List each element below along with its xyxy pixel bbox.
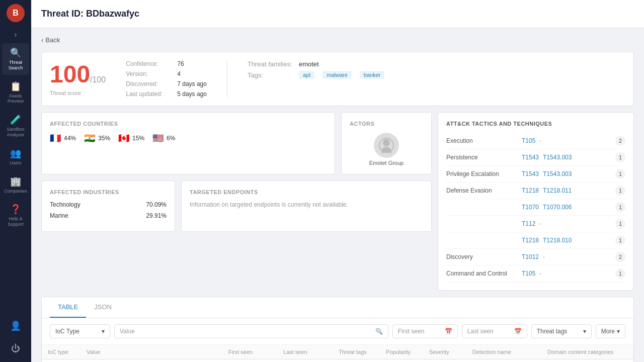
flag-us: 🇺🇸 bbox=[152, 133, 164, 144]
sidebar-account[interactable]: 👤 bbox=[2, 316, 29, 335]
actors-card: ACTORS Emotet Group bbox=[341, 112, 432, 174]
last-updated-val: 5 days ago bbox=[177, 90, 207, 98]
account-icon: 👤 bbox=[10, 320, 21, 331]
version-label: Version: bbox=[126, 70, 171, 77]
sidebar-toggle[interactable]: › bbox=[12, 28, 19, 41]
version-val: 4 bbox=[177, 70, 181, 77]
power-icon: ⏻ bbox=[11, 343, 20, 354]
attack-row-persistence: Persistence T1543 T1543.003 1 bbox=[446, 149, 625, 166]
tab-table[interactable]: TABLE bbox=[50, 297, 86, 318]
divider bbox=[227, 60, 227, 98]
back-button[interactable]: ‹ Back bbox=[41, 36, 634, 44]
col-last-seen: Last seen bbox=[277, 345, 333, 359]
flag-fr: 🇫🇷 bbox=[50, 133, 61, 144]
tags-section: Threat families: emotet Tags: apt malwar… bbox=[248, 60, 387, 98]
attack-link-t1070[interactable]: T1070 bbox=[522, 204, 539, 211]
sidebar-item-companies[interactable]: 🏢 Companies bbox=[2, 172, 29, 198]
companies-icon: 🏢 bbox=[10, 176, 21, 187]
tab-json[interactable]: JSON bbox=[86, 297, 120, 318]
sidebar-label-companies: Companies bbox=[4, 189, 27, 194]
score-label: Threat score bbox=[50, 90, 106, 96]
attack-link-t1218-010[interactable]: T1218.010 bbox=[543, 237, 572, 244]
sidebar-label-threat-search: Threat Search bbox=[4, 60, 27, 71]
bottom-row: AFFECTED INDUSTRIES Technology 70.09% Ma… bbox=[41, 180, 432, 232]
attack-link-t1218-011[interactable]: T1218.011 bbox=[543, 187, 572, 194]
attack-link-t1543[interactable]: T1543 bbox=[522, 154, 539, 161]
last-updated-label: Last updated: bbox=[126, 90, 171, 98]
confidence-label: Confidence: bbox=[126, 60, 171, 67]
table-row[interactable]: File aad06e4245330f9ee7c0e4c67c46c686 27… bbox=[42, 359, 633, 363]
cell-tags-1: apt +1 bbox=[333, 359, 380, 363]
attack-count-evasion: 1 bbox=[615, 186, 625, 196]
meta-section: Confidence: 76 Version: 4 Discovered: 7 … bbox=[126, 60, 207, 98]
top-row: AFFECTED COUNTRIES 🇫🇷 44% 🇮🇳 35% bbox=[41, 112, 432, 174]
countries-title: AFFECTED COUNTRIES bbox=[50, 121, 327, 127]
col-popularity: Popularity bbox=[380, 345, 423, 359]
back-label: Back bbox=[45, 36, 60, 44]
attack-links-t1218b: T1218 T1218.010 bbox=[522, 237, 615, 244]
attack-link-t1012[interactable]: T1012 bbox=[522, 253, 539, 260]
col-detection: Detection name bbox=[466, 345, 541, 359]
col-severity: Severity bbox=[423, 345, 466, 359]
attack-link-t1070-006[interactable]: T1070.006 bbox=[543, 204, 572, 211]
main-area: Threat ID: BDbazwafyc ‹ Back 100/100 Thr… bbox=[31, 0, 644, 362]
value-filter[interactable]: Value 🔍 bbox=[114, 324, 388, 338]
attack-link-t1218b[interactable]: T1218 bbox=[522, 237, 539, 244]
more-filter[interactable]: More ▾ bbox=[596, 324, 625, 338]
attack-link-t1543-003[interactable]: T1543.003 bbox=[543, 154, 572, 161]
attack-links-execution: T105 - bbox=[522, 137, 615, 144]
ioc-type-filter[interactable]: IoC Type ▾ bbox=[50, 324, 110, 338]
attack-count-discovery: 2 bbox=[615, 252, 625, 262]
ioc-data-table: IoC type Value First seen Last seen Thre… bbox=[42, 345, 633, 362]
svg-point-0 bbox=[383, 139, 390, 146]
pct-ca: 15% bbox=[132, 135, 144, 142]
sidebar-item-threat-search[interactable]: 🔍 Threat Search bbox=[2, 43, 29, 75]
sidebar-power[interactable]: ⏻ bbox=[2, 339, 29, 358]
attack-link-t1543b[interactable]: T1543 bbox=[522, 170, 539, 177]
ioc-type-label: IoC Type bbox=[55, 328, 79, 335]
sidebar-logo: B bbox=[7, 4, 25, 22]
attack-row-t112: T112 - 1 bbox=[446, 216, 625, 232]
threat-families-label: Threat families: bbox=[248, 60, 293, 68]
sidebar-item-sandbox-analyzer[interactable]: 🧪 Sandbox Analyzer bbox=[2, 110, 29, 142]
attack-row-discovery: Discovery T1012 - 2 bbox=[446, 249, 625, 265]
cell-popularity-1: - bbox=[380, 359, 423, 363]
value-placeholder: Value bbox=[120, 328, 135, 335]
sidebar: B › 🔍 Threat Search 📋 Feeds Preview 🧪 Sa… bbox=[0, 0, 31, 362]
meta-discovered: Discovered: 7 days ago bbox=[126, 80, 207, 87]
attack-links-persistence: T1543 T1543.003 bbox=[522, 154, 615, 161]
sidebar-item-users[interactable]: 👥 Users bbox=[2, 144, 29, 170]
attack-link-t105[interactable]: T105 bbox=[522, 137, 535, 144]
attack-link-t105-c2[interactable]: T105 bbox=[522, 270, 535, 277]
last-seen-filter[interactable]: Last seen 📅 bbox=[462, 324, 527, 338]
tag-banker: banker bbox=[360, 71, 385, 79]
ioc-table-section: TABLE JSON IoC Type ▾ Value 🔍 First seen… bbox=[41, 297, 634, 362]
cell-last-seen-1: 23-Sep-2023 bbox=[277, 359, 333, 363]
meta-version: Version: 4 bbox=[126, 70, 207, 77]
attack-links-evasion: T1218 T1218.011 bbox=[522, 187, 615, 194]
threat-tags-filter[interactable]: Threat tags ▾ bbox=[531, 324, 592, 338]
attack-links-t112: T112 - bbox=[522, 220, 615, 227]
attack-count-c2: 1 bbox=[615, 268, 625, 279]
attack-count-persistence: 1 bbox=[615, 152, 625, 162]
first-seen-filter[interactable]: First seen 📅 bbox=[392, 324, 458, 338]
attack-row-t1070: T1070 T1070.006 1 bbox=[446, 199, 625, 216]
first-seen-placeholder: First seen bbox=[398, 328, 425, 335]
sidebar-item-feeds-preview[interactable]: 📋 Feeds Preview bbox=[2, 77, 29, 109]
attack-column: ATT&CK TACTICS AND TECHNIQUES Execution … bbox=[438, 112, 634, 291]
attack-link-t112[interactable]: T112 bbox=[522, 220, 535, 227]
attack-link-t1543-003b[interactable]: T1543.003 bbox=[543, 170, 572, 177]
pct-us: 6% bbox=[167, 135, 175, 142]
tactic-privilege: Privilege Escalation bbox=[446, 170, 522, 177]
countries-list: 🇫🇷 44% 🇮🇳 35% 🇨🇦 15% bbox=[50, 133, 327, 144]
meta-confidence: Confidence: 76 bbox=[126, 60, 207, 67]
attack-link-t1218[interactable]: T1218 bbox=[522, 187, 539, 194]
col-domain-cat: Domain content categories bbox=[541, 345, 633, 359]
pct-fr: 44% bbox=[64, 135, 76, 142]
actor-emotet: Emotet Group bbox=[350, 133, 423, 166]
endpoints-title: TARGETED ENDPOINTS bbox=[190, 189, 423, 195]
feeds-preview-icon: 📋 bbox=[10, 81, 21, 92]
sidebar-item-help[interactable]: ❓ Help & Support bbox=[2, 200, 29, 231]
sidebar-label-users: Users bbox=[10, 160, 22, 166]
threat-tags-placeholder: Threat tags bbox=[537, 328, 568, 335]
